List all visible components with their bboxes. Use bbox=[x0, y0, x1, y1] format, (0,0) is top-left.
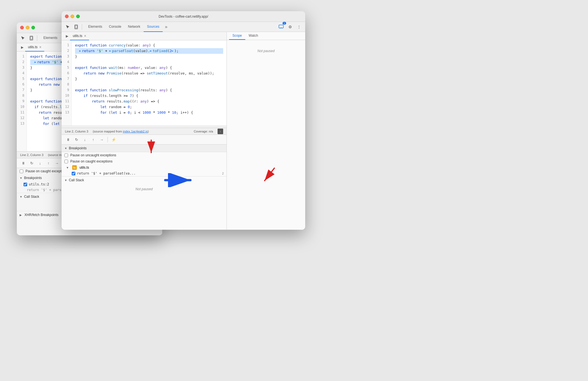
not-paused-front: Not paused bbox=[62, 184, 227, 194]
ln-2-front: 2 bbox=[62, 48, 71, 54]
breakpoints-panel-front: ▼ Breakpoints Pause on uncaught exceptio… bbox=[62, 145, 227, 230]
tab-elements-front[interactable]: Elements bbox=[85, 22, 106, 32]
file-tab-name-front: utils.ts bbox=[73, 34, 82, 38]
step-out-btn-back[interactable]: ↑ bbox=[45, 159, 52, 167]
pause-resume-btn-back[interactable]: ⏸ bbox=[20, 159, 27, 167]
inspect-icon-front[interactable] bbox=[64, 23, 72, 31]
ln-4-front: 4 bbox=[62, 59, 71, 65]
ln-11-front: 11 bbox=[62, 99, 71, 104]
file-tab-close-front[interactable]: × bbox=[84, 34, 86, 38]
scope-tab-watch-front[interactable]: Watch bbox=[245, 32, 262, 40]
device-icon-front[interactable] bbox=[72, 23, 80, 31]
code-line-9-front: export function slowProcessing(results: … bbox=[75, 87, 223, 93]
tab-console-front[interactable]: Console bbox=[106, 22, 125, 32]
inspect-icon[interactable] bbox=[19, 34, 27, 42]
step-over-btn-front[interactable]: ↻ bbox=[73, 136, 80, 143]
device-icon[interactable] bbox=[27, 34, 35, 42]
deactivate-btn-front[interactable]: ⚡ bbox=[110, 136, 117, 143]
breakpoints-chevron-back: ▼ bbox=[20, 176, 22, 180]
traffic-lights-back bbox=[20, 26, 35, 29]
window-title-front: DevTools - coffee-cart.netlify.app/ bbox=[159, 15, 208, 18]
code-line-1-front: export function currency(value: any) { bbox=[75, 43, 223, 48]
pause-caught-checkbox-front[interactable] bbox=[64, 160, 68, 163]
sourcemap-link-front[interactable]: index.1ac4eab2.js bbox=[123, 130, 148, 133]
file-tab-utils-front[interactable]: utils.ts × bbox=[70, 32, 89, 40]
callstack-header-front[interactable]: ▼ Call Stack bbox=[62, 176, 227, 184]
breakpoints-header-front[interactable]: ▼ Breakpoints bbox=[62, 145, 227, 152]
source-area-front: ▶ utils.ts × 1 2 3 4 5 6 7 8 9 bbox=[62, 32, 227, 230]
coverage-icon-front[interactable]: ↓ bbox=[218, 129, 223, 134]
settings-icon-front[interactable]: ⚙ bbox=[286, 23, 294, 31]
scope-tab-scope-front[interactable]: Scope bbox=[229, 32, 245, 40]
badge-count-front: 1 bbox=[283, 22, 286, 25]
play-icon-front[interactable]: ▶ bbox=[64, 33, 70, 39]
more-icon-front[interactable]: ⋮ bbox=[295, 23, 303, 31]
code-line-13-front: for (let i = 0; i < 1000 * 1000 * 10; i+… bbox=[75, 110, 223, 115]
tab-more-front[interactable]: » bbox=[163, 24, 170, 29]
pause-caught-checkbox-back[interactable] bbox=[20, 169, 23, 173]
step-into-btn-front[interactable]: ↓ bbox=[81, 136, 88, 143]
ln-10-front: 10 bbox=[62, 93, 71, 99]
tab-elements-back[interactable]: Elements bbox=[40, 33, 61, 43]
code-line-3-front: } bbox=[75, 54, 223, 59]
scope-tabs-front: Scope Watch bbox=[227, 32, 305, 40]
svg-point-2 bbox=[31, 39, 32, 40]
bp-line-num-front: 2 bbox=[222, 172, 224, 175]
pause-caught-label-front: Pause on caught exceptions bbox=[70, 159, 113, 163]
step-into-btn-back[interactable]: ↓ bbox=[36, 159, 44, 167]
status-sourcemap-front: (source mapped from index.1ac4eab2.js) bbox=[93, 130, 149, 133]
line-num-10-back: 10 bbox=[17, 104, 27, 110]
minimize-button-front[interactable] bbox=[71, 15, 74, 18]
line-num-6-back: 6 bbox=[17, 82, 27, 87]
line-num-2-back: 2 bbox=[17, 59, 27, 65]
svg-rect-1 bbox=[31, 37, 32, 39]
scrollbar-front[interactable] bbox=[62, 126, 227, 128]
maximize-button-back[interactable] bbox=[31, 26, 35, 29]
step-over-btn-back[interactable]: ↻ bbox=[28, 159, 35, 167]
coverage-label-front: Coverage: n/a bbox=[194, 130, 213, 133]
file-tab-close-back[interactable]: × bbox=[39, 45, 41, 49]
toolbar-divider-1 bbox=[37, 35, 37, 41]
bp-code-checkbox-front[interactable] bbox=[72, 172, 75, 175]
code-line-12-front: let random = 0; bbox=[75, 104, 223, 110]
code-area-front: 1 2 3 4 5 6 7 8 9 10 11 12 13 export fu bbox=[62, 40, 227, 126]
file-tab-bar-front: ▶ utils.ts × bbox=[62, 32, 227, 40]
maximize-button-front[interactable] bbox=[76, 15, 80, 18]
pause-caught-row-front: Pause on caught exceptions bbox=[62, 158, 227, 164]
ln-1-front: 1 bbox=[62, 43, 71, 48]
file-tab-utils-back[interactable]: utils.ts × bbox=[25, 43, 44, 52]
step-out-btn-front[interactable]: ↑ bbox=[90, 136, 97, 143]
step-btn-front[interactable]: → bbox=[98, 136, 105, 143]
bp-file-icon-front: ts bbox=[72, 165, 77, 170]
tab-sources-front[interactable]: Sources bbox=[144, 22, 163, 32]
line-num-12-back: 12 bbox=[17, 115, 27, 121]
bp-code-text-front: return '$' + parseFloat(va... bbox=[77, 171, 220, 175]
ln-12-front: 12 bbox=[62, 104, 71, 110]
toolbar-right-front: 1 ⚙ ⋮ bbox=[277, 23, 303, 31]
callstack-chevron-back: ▼ bbox=[20, 195, 22, 198]
line-num-7-back: 7 bbox=[17, 87, 27, 93]
bp-checkbox-back[interactable] bbox=[24, 183, 27, 186]
scope-not-paused-front: Not paused bbox=[227, 46, 305, 56]
bp-file-row-front: ▼ ts utils.ts bbox=[62, 164, 227, 171]
step-btn-back[interactable]: → bbox=[53, 159, 60, 167]
xhr-chevron-back: ▶ bbox=[20, 213, 22, 217]
close-button-back[interactable] bbox=[20, 26, 24, 29]
pause-uncaught-checkbox-front[interactable] bbox=[64, 154, 68, 157]
close-button-front[interactable] bbox=[65, 15, 69, 18]
status-bar-front: Line 2, Column 3 (source mapped from ind… bbox=[62, 128, 227, 134]
svg-rect-6 bbox=[279, 25, 283, 28]
line-num-4-back: 4 bbox=[17, 71, 27, 76]
line-num-3-back: 3 bbox=[17, 65, 27, 71]
bp-file-chevron-front: ▼ bbox=[66, 166, 69, 169]
minimize-button-back[interactable] bbox=[26, 26, 29, 29]
svg-point-5 bbox=[76, 28, 76, 29]
comment-icon-front[interactable]: 1 bbox=[277, 23, 285, 31]
line-num-11-back: 11 bbox=[17, 110, 27, 115]
play-icon-back[interactable]: ▶ bbox=[19, 44, 25, 50]
pause-btn-front[interactable]: ⏸ bbox=[64, 136, 72, 143]
ln-5-front: 5 bbox=[62, 65, 71, 71]
tab-network-front[interactable]: Network bbox=[125, 22, 144, 32]
ln-7-front: 7 bbox=[62, 76, 71, 82]
status-position-back: Line 2, Column 3 bbox=[20, 153, 43, 157]
